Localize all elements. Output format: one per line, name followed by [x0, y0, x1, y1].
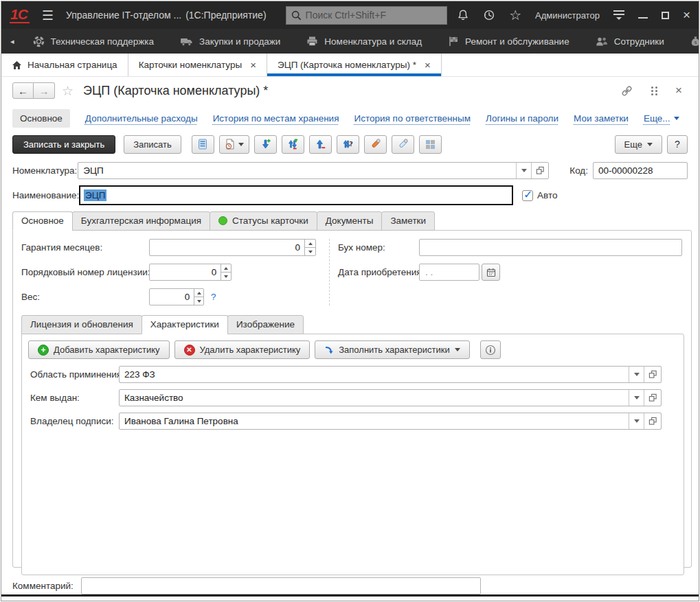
add-characteristic-button[interactable]: + Добавить характеристику: [28, 340, 170, 359]
title-bar: 1С ☰ Управление IT-отделом ...(1С:Предпр…: [1, 1, 699, 29]
section-money[interactable]: s Д: [681, 36, 699, 47]
open-item-icon[interactable]: [644, 390, 661, 406]
form-toolbar: Записать и закрыть Записать ?: [1, 132, 699, 157]
dashboard-grid-button[interactable]: [419, 135, 442, 154]
dropdown-icon[interactable]: [629, 367, 644, 382]
move-down-add-button[interactable]: [254, 135, 277, 154]
weight-help-link[interactable]: ?: [211, 292, 216, 302]
favorites-star-icon[interactable]: ☆: [509, 7, 521, 23]
scroll-left-icon[interactable]: ◂: [8, 37, 16, 46]
warranty-input[interactable]: [150, 240, 304, 255]
more-button[interactable]: Еще: [615, 135, 662, 154]
history-icon[interactable]: [483, 9, 495, 21]
calendar-button[interactable]: [482, 264, 500, 281]
auto-checkbox[interactable]: ✓: [522, 190, 533, 201]
marker-orange-button[interactable]: [364, 135, 387, 154]
buh-number-input[interactable]: [419, 239, 682, 256]
section-nomenclature-warehouse[interactable]: Номенклатура и склад: [297, 36, 431, 47]
tab-image[interactable]: Изображение: [227, 315, 304, 334]
dropdown-icon[interactable]: [516, 163, 531, 178]
license-number-input[interactable]: [150, 264, 221, 280]
issued-by-row: Кем выдан:: [28, 389, 677, 406]
delete-characteristic-button[interactable]: ✕ Удалить характеристику: [174, 340, 311, 359]
nav-my-notes[interactable]: Мои заметки: [574, 113, 629, 124]
close-form-icon[interactable]: ×: [675, 84, 682, 97]
list-view-button[interactable]: [192, 135, 214, 154]
info-icon: [485, 345, 496, 356]
application-area-input[interactable]: [120, 367, 629, 382]
more-actions-icon[interactable]: [651, 86, 657, 95]
section-purchases-sales[interactable]: Закупки и продажи: [170, 36, 290, 47]
spin-up-icon[interactable]: [305, 240, 315, 247]
notifications-bell-icon[interactable]: [457, 9, 469, 21]
save-and-close-button[interactable]: Записать и закрыть: [12, 135, 115, 154]
tab-home[interactable]: Начальная страница: [1, 54, 128, 76]
global-search[interactable]: [286, 6, 448, 25]
help-button[interactable]: ?: [667, 135, 688, 154]
signature-owner-input[interactable]: [120, 413, 629, 429]
section-employees[interactable]: Сотрудники: [586, 36, 674, 47]
open-item-icon[interactable]: [644, 413, 661, 429]
search-input[interactable]: [306, 10, 442, 21]
dropdown-icon[interactable]: [629, 390, 644, 406]
tab-license-updates[interactable]: Лицензия и обновления: [21, 315, 142, 334]
favorite-star-icon[interactable]: ☆: [62, 83, 74, 99]
document-history-button[interactable]: [219, 135, 249, 154]
nav-storage-history[interactable]: История по местам хранения: [213, 113, 339, 124]
marker-blue-button[interactable]: [392, 135, 414, 154]
spin-up-icon[interactable]: [221, 264, 231, 272]
nav-more[interactable]: Еще...: [644, 113, 679, 124]
minimize-button[interactable]: [638, 12, 648, 19]
close-tab-icon[interactable]: ×: [250, 59, 256, 71]
back-button[interactable]: ←: [12, 82, 34, 99]
tab-nomenclature-cards[interactable]: Карточки номенклатуры ×: [128, 54, 267, 76]
forward-button[interactable]: →: [34, 82, 55, 99]
issued-by-input[interactable]: [120, 390, 629, 406]
application-area-label: Область приминения:: [28, 369, 119, 380]
current-user[interactable]: Администратор: [535, 10, 600, 21]
section-repair-maintenance[interactable]: Ремонт и обслуживание: [438, 36, 579, 47]
tab-accounting-info[interactable]: Бухгалтерская информация: [72, 211, 210, 231]
sort-help-button[interactable]: ?: [337, 135, 359, 154]
tab-main[interactable]: Основное: [12, 211, 73, 231]
reorder-add-remove-button[interactable]: [282, 135, 304, 154]
check-icon: ✓: [523, 188, 532, 201]
maximize-button[interactable]: [662, 12, 669, 19]
move-up-remove-button[interactable]: [309, 135, 332, 154]
spin-down-icon[interactable]: [194, 297, 203, 305]
spin-up-icon[interactable]: [194, 289, 203, 297]
printer-icon: [306, 36, 318, 47]
dropdown-icon[interactable]: [629, 413, 644, 429]
purchase-date-input[interactable]: [419, 264, 479, 281]
tab-card-statuses[interactable]: Статусы карточки: [210, 211, 317, 231]
fill-characteristics-button[interactable]: Заполнить характеристики: [315, 340, 470, 359]
nav-main[interactable]: Основное: [12, 109, 70, 128]
open-item-icon[interactable]: [531, 163, 548, 178]
spin-down-icon[interactable]: [305, 247, 315, 255]
close-window-button[interactable]: ×: [683, 10, 690, 20]
tab-notes[interactable]: Заметки: [381, 211, 435, 231]
tab-documents[interactable]: Документы: [317, 211, 383, 231]
nav-logins-passwords[interactable]: Логины и пароли: [486, 113, 558, 124]
search-icon: [291, 10, 302, 21]
tab-ecp-card[interactable]: ЭЦП (Карточка номенклатуры) * ×: [267, 54, 442, 76]
save-button[interactable]: Записать: [124, 135, 181, 154]
spin-down-icon[interactable]: [221, 272, 231, 280]
code-input[interactable]: [593, 162, 688, 179]
get-link-icon[interactable]: [620, 84, 633, 97]
nav-extra-costs[interactable]: Дополнительные расходы: [85, 113, 198, 124]
service-menu-icon[interactable]: [613, 10, 624, 20]
weight-input[interactable]: [150, 289, 194, 305]
name-input[interactable]: ЭЦП: [79, 185, 513, 205]
tab-characteristics[interactable]: Характеристики: [142, 315, 228, 334]
nav-responsible-history[interactable]: История по ответственным: [354, 113, 471, 124]
info-button[interactable]: [480, 340, 501, 359]
nomenclature-input[interactable]: [78, 163, 516, 178]
chevron-down-icon: [238, 143, 244, 146]
open-item-icon[interactable]: [644, 367, 661, 382]
hamburger-icon[interactable]: ☰: [39, 8, 56, 23]
comment-input[interactable]: [81, 577, 481, 594]
close-tab-icon[interactable]: ×: [425, 59, 431, 71]
name-row: Наименование: ЭЦП ✓ Авто: [1, 185, 699, 205]
section-tech-support[interactable]: Техническая поддержка: [23, 36, 164, 47]
